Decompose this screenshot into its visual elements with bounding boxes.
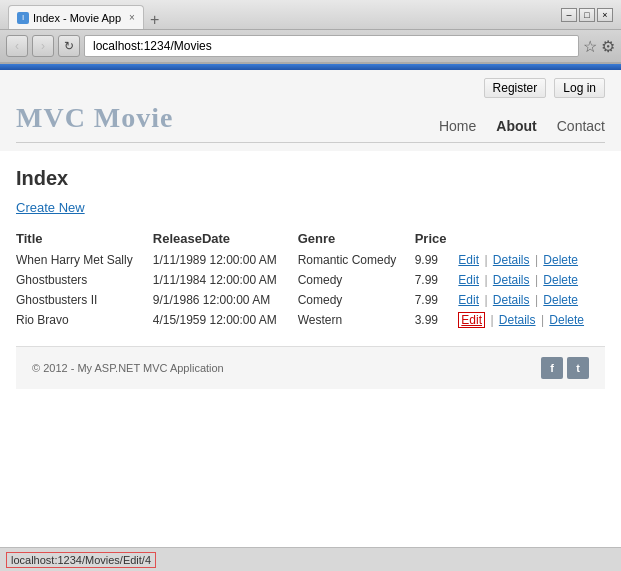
header-divider <box>16 142 605 143</box>
maximize-button[interactable]: □ <box>579 8 595 22</box>
settings-icon[interactable]: ⚙ <box>601 37 615 56</box>
address-bar: ‹ › ↻ ☆ ⚙ <box>0 30 621 64</box>
bookmark-icon[interactable]: ☆ <box>583 37 597 56</box>
nav-home[interactable]: Home <box>439 118 476 134</box>
movie-actions: Edit | Details | Delete <box>458 290 605 310</box>
delete-link[interactable]: Delete <box>549 313 584 327</box>
details-link[interactable]: Details <box>493 253 530 267</box>
nav-contact[interactable]: Contact <box>557 118 605 134</box>
details-link[interactable]: Details <box>499 313 536 327</box>
separator: | <box>541 313 544 327</box>
back-button[interactable]: ‹ <box>6 35 28 57</box>
active-tab[interactable]: I Index - Movie App × <box>8 5 144 29</box>
separator: | <box>484 293 487 307</box>
edit-link[interactable]: Edit <box>458 273 479 287</box>
status-url: localhost:1234/Movies/Edit/4 <box>6 552 156 568</box>
movie-title: Ghostbusters <box>16 270 153 290</box>
close-button[interactable]: × <box>597 8 613 22</box>
movie-price: 7.99 <box>415 270 459 290</box>
create-new-link[interactable]: Create New <box>16 200 85 215</box>
window-controls: – □ × <box>561 8 613 22</box>
register-button[interactable]: Register <box>484 78 547 98</box>
movie-price: 3.99 <box>415 310 459 330</box>
col-price: Price <box>415 227 459 250</box>
col-genre: Genre <box>298 227 415 250</box>
table-row: Rio Bravo 4/15/1959 12:00:00 AM Western … <box>16 310 605 330</box>
details-link[interactable]: Details <box>493 293 530 307</box>
app-footer: © 2012 - My ASP.NET MVC Application f t <box>16 346 605 389</box>
separator: | <box>484 273 487 287</box>
footer-copyright: © 2012 - My ASP.NET MVC Application <box>32 362 224 374</box>
table-row: Ghostbusters 1/11/1984 12:00:00 AM Comed… <box>16 270 605 290</box>
col-actions <box>458 227 605 250</box>
table-row: Ghostbusters II 9/1/1986 12:00:00 AM Com… <box>16 290 605 310</box>
col-title: Title <box>16 227 153 250</box>
separator: | <box>535 293 538 307</box>
nav-links: Home About Contact <box>439 114 605 138</box>
movie-title: Rio Bravo <box>16 310 153 330</box>
social-icons: f t <box>541 357 589 379</box>
movie-title: Ghostbusters II <box>16 290 153 310</box>
separator: | <box>484 253 487 267</box>
tab-close-button[interactable]: × <box>129 12 135 23</box>
movie-release-date: 1/11/1989 12:00:00 AM <box>153 250 298 270</box>
movie-price: 9.99 <box>415 250 459 270</box>
status-bar: localhost:1234/Movies/Edit/4 <box>0 547 621 571</box>
separator: | <box>490 313 493 327</box>
address-input[interactable] <box>84 35 579 57</box>
nav-about[interactable]: About <box>496 118 536 134</box>
titlebar: I Index - Movie App × + – □ × <box>0 0 621 30</box>
movie-price: 7.99 <box>415 290 459 310</box>
movie-title: When Harry Met Sally <box>16 250 153 270</box>
table-row: When Harry Met Sally 1/11/1989 12:00:00 … <box>16 250 605 270</box>
movies-table: Title ReleaseDate Genre Price When Harry… <box>16 227 605 330</box>
delete-link[interactable]: Delete <box>543 273 578 287</box>
login-button[interactable]: Log in <box>554 78 605 98</box>
app-header: Register Log in MVC Movie Home About Con… <box>0 70 621 151</box>
movie-genre: Romantic Comedy <box>298 250 415 270</box>
new-tab-button[interactable]: + <box>144 11 165 29</box>
details-link[interactable]: Details <box>493 273 530 287</box>
movie-actions: Edit | Details | Delete <box>458 310 605 330</box>
header-top: Register Log in <box>16 78 605 98</box>
edit-link[interactable]: Edit <box>458 312 485 328</box>
movie-genre: Comedy <box>298 270 415 290</box>
minimize-button[interactable]: – <box>561 8 577 22</box>
refresh-button[interactable]: ↻ <box>58 35 80 57</box>
movie-actions: Edit | Details | Delete <box>458 250 605 270</box>
page-content: Register Log in MVC Movie Home About Con… <box>0 70 621 523</box>
separator: | <box>535 253 538 267</box>
movie-release-date: 9/1/1986 12:00:00 AM <box>153 290 298 310</box>
movie-genre: Comedy <box>298 290 415 310</box>
main-content: Index Create New Title ReleaseDate Genre… <box>0 151 621 405</box>
separator: | <box>535 273 538 287</box>
movie-release-date: 1/11/1984 12:00:00 AM <box>153 270 298 290</box>
twitter-icon[interactable]: t <box>567 357 589 379</box>
edit-link[interactable]: Edit <box>458 253 479 267</box>
edit-link[interactable]: Edit <box>458 293 479 307</box>
movie-genre: Western <box>298 310 415 330</box>
tab-area: I Index - Movie App × + <box>8 0 165 29</box>
forward-button[interactable]: › <box>32 35 54 57</box>
movie-release-date: 4/15/1959 12:00:00 AM <box>153 310 298 330</box>
tab-title: Index - Movie App <box>33 12 121 24</box>
app-title: MVC Movie <box>16 102 174 134</box>
col-release-date: ReleaseDate <box>153 227 298 250</box>
delete-link[interactable]: Delete <box>543 253 578 267</box>
page-title: Index <box>16 167 605 190</box>
movie-actions: Edit | Details | Delete <box>458 270 605 290</box>
delete-link[interactable]: Delete <box>543 293 578 307</box>
tab-favicon: I <box>17 12 29 24</box>
facebook-icon[interactable]: f <box>541 357 563 379</box>
